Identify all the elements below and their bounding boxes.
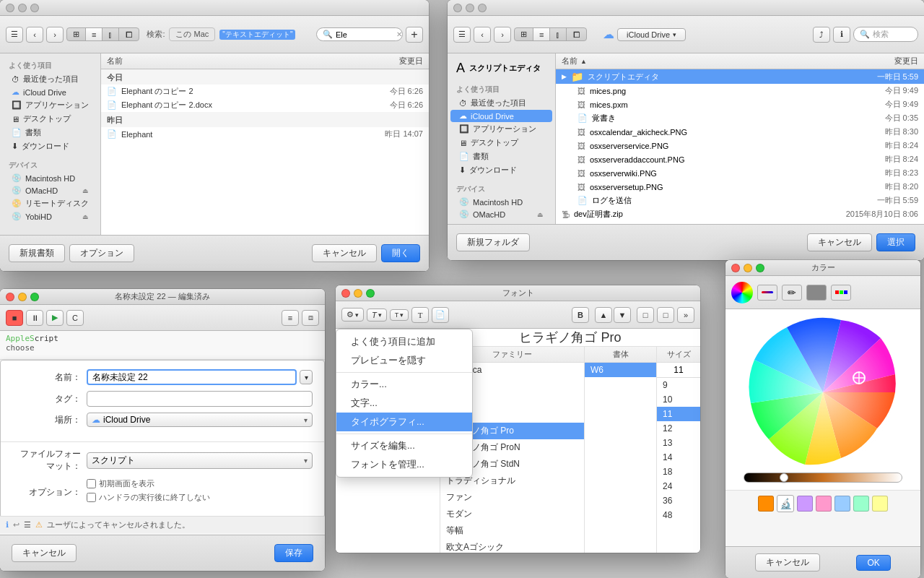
size-12[interactable]: 12 xyxy=(657,421,700,436)
pause-btn[interactable]: ⏸ xyxy=(26,310,43,326)
location-select[interactable]: ☁ iCloud Drive ▾ xyxy=(87,413,313,427)
font-doc-btn[interactable]: 📄 xyxy=(432,307,449,323)
win2-sidebar-docs[interactable]: 📄 書類 xyxy=(450,150,552,163)
win2-col-name[interactable]: 名前 ▲ xyxy=(562,56,803,66)
win2-file-osx-calendar[interactable]: 🖼 osxcalendar_akicheck.PNG 昨日 8:30 xyxy=(556,125,924,139)
win2-minimize[interactable] xyxy=(466,4,474,12)
search-scope-mac[interactable]: この Mac xyxy=(169,27,215,41)
add-button[interactable]: + xyxy=(406,27,423,43)
font-fan[interactable]: ファン xyxy=(440,489,584,506)
font-size-btn[interactable]: T ▾ xyxy=(390,309,409,321)
sidebar-item-remote[interactable]: 📀 リモートディスク xyxy=(3,197,97,210)
name-dropdown-btn[interactable]: ▾ xyxy=(300,370,313,384)
font-square2-btn[interactable]: □ xyxy=(657,307,674,323)
icon-view-btn[interactable]: ⊞ xyxy=(67,28,86,40)
font-gothic[interactable]: 欧文Aゴシック xyxy=(440,539,584,553)
file-item-elephant[interactable]: 📄 Elephant 昨日 14:07 xyxy=(101,127,429,141)
font-inc-btn[interactable]: ▲ xyxy=(595,307,612,323)
win2-file-log[interactable]: 📄 ログを送信 一昨日 5:59 xyxy=(556,194,924,207)
eject-yobi-icon[interactable]: ⏏ xyxy=(82,213,89,220)
dropdown-typography[interactable]: タイポグラフィ... xyxy=(336,413,472,431)
size-input[interactable] xyxy=(657,363,700,378)
close-button[interactable] xyxy=(6,4,14,12)
font-action-btn[interactable]: ⚙ ▾ xyxy=(341,308,364,322)
win2-eject-icon[interactable]: ⏏ xyxy=(537,211,544,218)
name-input[interactable] xyxy=(87,369,297,385)
dropdown-char[interactable]: 文字... xyxy=(336,394,472,413)
size-11[interactable]: 11 xyxy=(657,407,700,421)
sidebar-item-yobi[interactable]: 💿 YobiHD ⏏ xyxy=(3,210,97,223)
sidebar-item-apps[interactable]: 🔲 アプリケーション xyxy=(3,98,97,112)
swatch-pink[interactable] xyxy=(816,496,832,512)
win4-minimize[interactable] xyxy=(354,289,362,298)
nav-back-button[interactable]: ‹ xyxy=(26,27,43,43)
dropdown-manage-fonts[interactable]: フォントを管理... xyxy=(336,455,472,474)
file-item-elephant-docx[interactable]: 📄 Elephant のコピー 2.docx 今日 6:26 xyxy=(101,98,429,112)
nav-forward-button[interactable]: › xyxy=(46,27,64,43)
brightness-slider-handle[interactable] xyxy=(780,473,788,482)
win2-sidebar-downloads[interactable]: ⬇ ダウンロード xyxy=(450,163,552,177)
sidebar-item-recent[interactable]: ⏱ 最近使った項目 xyxy=(3,72,97,86)
dropdown-edit-sizes[interactable]: サイズを編集... xyxy=(336,436,472,455)
win2-file-mices-png[interactable]: 🖼 mices.png 今日 9:49 xyxy=(556,84,924,98)
format-select[interactable]: スクリプト ▾ xyxy=(87,452,313,469)
win2-info-btn[interactable]: ℹ xyxy=(833,27,850,43)
size-24[interactable]: 24 xyxy=(657,479,700,493)
run-btn[interactable]: ▶ xyxy=(46,310,64,326)
win2-nav-forward[interactable]: › xyxy=(494,27,511,43)
win2-action-btn[interactable]: ⤴ xyxy=(813,27,830,43)
color-crayon-tab[interactable]: ✏ xyxy=(782,285,802,301)
column-view-btn[interactable]: ⫿ xyxy=(103,28,119,40)
size-36[interactable]: 36 xyxy=(657,493,700,508)
tag-input[interactable] xyxy=(87,391,313,407)
swatch-orange[interactable] xyxy=(758,496,774,512)
win4-close[interactable] xyxy=(341,289,350,298)
font-modern[interactable]: モダン xyxy=(440,506,584,522)
font-fixed[interactable]: 等幅 xyxy=(440,522,584,539)
font-square1-btn[interactable]: □ xyxy=(637,307,654,323)
brightness-slider-track[interactable] xyxy=(744,473,902,483)
color-wheel-tab[interactable] xyxy=(731,282,753,303)
cover-flow-btn[interactable]: ⧠ xyxy=(119,28,139,40)
font-family-btn[interactable]: T ▾ xyxy=(367,309,387,322)
win2-file-osx-service[interactable]: 🖼 osxserverservice.PNG 昨日 8:24 xyxy=(556,139,924,152)
win5-ok-btn[interactable]: OK xyxy=(856,555,890,571)
sidebar-item-downloads[interactable]: ⬇ ダウンロード xyxy=(3,139,97,153)
color-palette-tab[interactable] xyxy=(831,285,851,301)
win2-file-osx-setup[interactable]: 🖼 osxserversetup.PNG 昨日 8:20 xyxy=(556,180,924,194)
win3-cancel-btn[interactable]: キャンセル xyxy=(12,544,77,562)
win2-nav-back[interactable]: ‹ xyxy=(474,27,491,43)
eject-omac-icon[interactable]: ⏏ xyxy=(82,187,89,194)
list-view-btn[interactable]: ≡ xyxy=(86,28,103,40)
swatch-blue[interactable] xyxy=(834,496,850,512)
dropdown-add-favorites[interactable]: よく使う項目に追加 xyxy=(336,332,472,351)
win2-cover-flow[interactable]: ⧠ xyxy=(567,28,586,40)
win2-sidebar-mac[interactable]: 💿 Macintosh HD xyxy=(450,196,552,208)
style-w6[interactable]: W6 xyxy=(585,363,656,377)
win4-maximize[interactable] xyxy=(366,289,375,298)
win2-select-btn[interactable]: 選択 xyxy=(876,233,915,251)
search-input[interactable] xyxy=(336,30,393,39)
win2-sidebar-toggle[interactable]: ☰ xyxy=(453,27,471,43)
split-view-btn[interactable]: ⧈ xyxy=(302,310,319,326)
new-doc-button[interactable]: 新規書類 xyxy=(9,244,65,262)
icloud-path-btn[interactable]: iCloud Drive ▾ xyxy=(617,28,686,41)
startup-checkbox[interactable] xyxy=(87,479,96,488)
eyedropper-btn[interactable]: 🔬 xyxy=(777,495,794,512)
swatch-green[interactable] xyxy=(853,496,869,512)
size-18[interactable]: 18 xyxy=(657,465,700,479)
clear-search-icon[interactable]: ✕ xyxy=(396,30,402,38)
script-view-btn[interactable]: ≡ xyxy=(282,310,299,326)
color-sliders-tab[interactable] xyxy=(757,285,777,301)
win2-col-date[interactable]: 変更日 xyxy=(803,56,918,66)
sidebar-item-desktop[interactable]: 🖥 デスクトップ xyxy=(3,112,97,126)
sidebar-item-omac[interactable]: 💿 OMacHD ⏏ xyxy=(3,184,97,197)
stop-btn[interactable]: ■ xyxy=(6,310,23,326)
win3-save-btn[interactable]: 保存 xyxy=(274,544,313,562)
search-box[interactable]: 🔍 ✕ xyxy=(316,27,403,41)
font-color-btn[interactable]: T xyxy=(411,307,429,323)
win2-sidebar-icloud[interactable]: ☁ iCloud Drive xyxy=(450,110,552,122)
win2-file-memo[interactable]: 📄 覚書き 今日 0:35 xyxy=(556,111,924,125)
win2-list-view[interactable]: ≡ xyxy=(533,28,550,40)
search-scope-app[interactable]: "テキストエディット" xyxy=(219,30,295,40)
